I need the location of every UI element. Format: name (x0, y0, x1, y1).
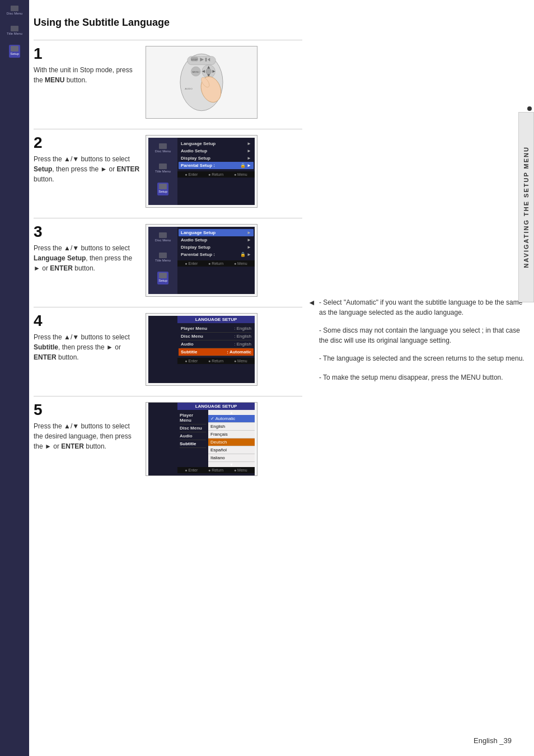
step-3-text: Press the ▲/▼ buttons to select Language… (34, 243, 140, 273)
svg-rect-6 (205, 58, 207, 62)
parental-setup-label-2: Parental Setup : (181, 163, 215, 168)
setup-icon-3 (159, 273, 167, 278)
notes-column: ◄ - Select "Automatic" if you want the s… (308, 40, 526, 384)
display-setup-row-2: Display Setup ► (181, 155, 251, 162)
parental-icon-2: 🔒 ► (240, 163, 251, 168)
lang-setup-row-2: Language Setup ► (181, 140, 251, 147)
dropdown-table-5: Player Menu Disc Menu Audio Subtitle ▲ ✓… (177, 410, 255, 467)
side-tab-dot (527, 106, 532, 111)
disc-menu-item-2: Disc Menu (154, 142, 172, 155)
side-tab-text: NAVIGATING THE SETUP MENU (523, 146, 530, 268)
audio-setup-row-2: Audio Setup ► (181, 147, 251, 155)
step-1-text: With the unit in Stop mode, press the ME… (34, 65, 140, 85)
steps-column: 1 With the unit in Stop mode, press the … (34, 40, 302, 486)
step-1: 1 With the unit in Stop mode, press the … (34, 46, 302, 119)
player-menu-dl-5: Player Menu (180, 412, 206, 424)
step-4: 4 Press the ▲/▼ buttons to select Subtit… (34, 313, 302, 386)
enter-label-4: ● Enter (185, 359, 198, 363)
step-5-text: Press the ▲/▼ buttons to select the desi… (34, 421, 140, 451)
note-4: - To make the setup menu disappear, pres… (308, 372, 526, 384)
step-5-number: 5 (34, 402, 140, 418)
audio-setup-arrow-3: ► (247, 237, 251, 242)
step-3-left: 3 Press the ▲/▼ buttons to select Langua… (34, 224, 146, 297)
step-2: 2 Press the ▲/▼ buttons to select Setup,… (34, 135, 302, 208)
title-menu-item-3: Title Menu (154, 251, 172, 264)
enter-label-2: ● Enter (185, 172, 198, 176)
step-3-image: Disc Menu Title Menu Setup (146, 224, 257, 297)
setup-item-2: Setup (157, 183, 168, 195)
display-setup-label-3: Display Setup (181, 245, 210, 250)
step-5-wrapper: 5 Press the ▲/▼ buttons to select the de… (34, 396, 302, 476)
side-tab: NAVIGATING THE SETUP MENU (518, 112, 534, 302)
audio-setup-label-3: Audio Setup (181, 237, 207, 242)
menu-content-2: Language Setup ► Audio Setup ► Display S… (177, 138, 255, 171)
disc-menu-label-2: Disc Menu (155, 150, 171, 153)
menu-sidebar-2: Disc Menu Title Menu Setup (148, 138, 177, 205)
menu-footer-4: ● Enter ● Return ● Menu (177, 358, 255, 364)
note-3-bullet (308, 353, 319, 365)
disc-menu-label-3: Disc Menu (155, 239, 171, 242)
step-2-number: 2 (34, 135, 140, 151)
setup-menu-screen-2: Disc Menu Title Menu Setup (148, 138, 255, 205)
dropdown-labels-5: Player Menu Disc Menu Audio Subtitle (177, 410, 208, 467)
setup-item-3: Setup (157, 272, 168, 284)
parental-setup-row-2: Parental Setup : 🔒 ► (179, 162, 254, 169)
parental-setup-row-3: Parental Setup : 🔒 ► (181, 251, 251, 258)
lang-setup-label-3: Language Setup (181, 230, 216, 235)
setup-menu-screen-3: Disc Menu Title Menu Setup (148, 227, 255, 294)
step-3-number: 3 (34, 224, 140, 240)
title-icon-3 (159, 253, 167, 258)
lang-setup-header-4: LANGUAGE SETUP (177, 316, 255, 323)
lang-setup-content-4: Player Menu : English Disc Menu : Englis… (177, 323, 255, 358)
disc-icon-2 (159, 143, 167, 149)
step-4-left: 4 Press the ▲/▼ buttons to select Subtit… (34, 313, 146, 386)
step-1-left: 1 With the unit in Stop mode, press the … (34, 46, 146, 119)
step-3: 3 Press the ▲/▼ buttons to select Langua… (34, 224, 302, 297)
arrow-down-5: ▼ (208, 462, 255, 467)
deutsch-option-5: Deutsch (208, 438, 255, 446)
title-icon-2 (159, 164, 167, 169)
subtitle-dl-5: Subtitle (180, 440, 206, 448)
step-2-text: Press the ▲/▼ buttons to select Setup, t… (34, 154, 140, 184)
menu-label-2: ● Menu (234, 172, 247, 176)
title-menu-label-2: Title Menu (155, 170, 171, 174)
svg-text:MENU: MENU (193, 71, 199, 73)
menu-label-5: ● Menu (234, 468, 247, 472)
note-3-text: - The language is selected and the scree… (319, 353, 526, 363)
note-1-bullet: ◄ (308, 297, 319, 309)
step-1-wrapper: 1 With the unit in Stop mode, press the … (34, 40, 302, 119)
subtitle-label-4: Subtitle (181, 349, 197, 354)
display-setup-arrow-3: ► (247, 245, 251, 250)
audio-setup-label-2: Audio Setup (181, 148, 207, 153)
parental-setup-label-3: Parental Setup : (181, 252, 215, 257)
player-menu-value-4: : English (234, 326, 251, 331)
return-label-5: ● Return (208, 468, 223, 472)
audio-setup-row-3: Audio Setup ► (181, 236, 251, 244)
menu-footer-2: ● Enter ● Return ● Menu (177, 171, 255, 178)
parental-icon-3: 🔒 ► (240, 252, 251, 257)
arrow-up-5: ▲ (208, 410, 255, 415)
disc-menu-value-4: : English (234, 334, 251, 339)
subtitle-row-4: Subtitle : Automatic (179, 348, 254, 356)
automatic-option-5: ✓ Automatic (208, 415, 255, 423)
lang-setup-label-2: Language Setup (181, 141, 216, 146)
audio-setup-arrow-2: ► (247, 148, 251, 153)
title-menu-item-2: Title Menu (154, 162, 172, 175)
step-4-text: Press the ▲/▼ buttons to select Subtitle… (34, 332, 140, 362)
enter-label-3: ● Enter (185, 262, 198, 265)
step-4-wrapper: 4 Press the ▲/▼ buttons to select Subtit… (34, 307, 302, 386)
step-5-left: 5 Press the ▲/▼ buttons to select the de… (34, 402, 146, 476)
enter-label-5: ● Enter (185, 468, 198, 472)
svg-text:STOP: STOP (191, 58, 198, 61)
step-3-wrapper: 3 Press the ▲/▼ buttons to select Langua… (34, 218, 302, 297)
return-label-2: ● Return (208, 172, 223, 176)
step-2-left: 2 Press the ▲/▼ buttons to select Setup,… (34, 135, 146, 208)
lang-setup-screen-4: Disc Menu Title Menu Setup LANGUAG (148, 316, 255, 383)
audio-dl-5: Audio (180, 432, 206, 440)
step-2-wrapper: 2 Press the ▲/▼ buttons to select Setup,… (34, 129, 302, 208)
disc-menu-dl-5: Disc Menu (180, 424, 206, 432)
note-2-text: - Some discs may not contain the languag… (319, 325, 526, 346)
menu-footer-5: ● Enter ● Return ● Menu (177, 467, 255, 473)
note-4-bullet (308, 372, 319, 384)
disc-icon-3 (159, 232, 167, 238)
